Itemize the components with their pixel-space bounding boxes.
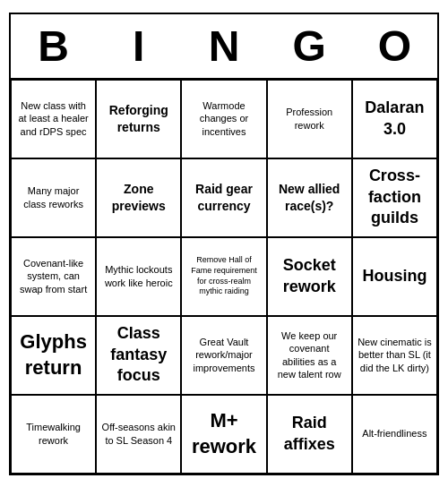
bingo-cell-21: Off-seasons akin to SL Season 4 bbox=[96, 395, 181, 474]
bingo-letter-n: N bbox=[181, 21, 266, 71]
bingo-cell-16: Class fantasy focus bbox=[96, 316, 181, 395]
cell-text-20: Timewalking rework bbox=[16, 421, 90, 447]
cell-text-1: Reforging returns bbox=[101, 102, 176, 134]
bingo-cell-11: Mythic lockouts work like heroic bbox=[96, 237, 181, 316]
bingo-cell-6: Zone previews bbox=[96, 158, 181, 237]
cell-text-7: Raid gear currency bbox=[186, 181, 261, 213]
cell-text-19: New cinematic is better than SL (it did … bbox=[358, 336, 432, 374]
bingo-cell-5: Many major class reworks bbox=[11, 158, 96, 237]
bingo-cell-23: Raid affixes bbox=[267, 395, 352, 474]
cell-text-14: Housing bbox=[362, 266, 426, 286]
bingo-cell-0: New class with at least a healer and rDP… bbox=[11, 80, 96, 158]
cell-text-13: Socket rework bbox=[272, 255, 347, 297]
bingo-cell-13: Socket rework bbox=[267, 237, 352, 316]
bingo-cell-7: Raid gear currency bbox=[181, 158, 266, 237]
cell-text-21: Off-seasons akin to SL Season 4 bbox=[101, 421, 176, 447]
bingo-cell-22: M+ rework bbox=[181, 395, 266, 474]
bingo-cell-9: Cross-faction guilds bbox=[352, 158, 437, 237]
cell-text-11: Mythic lockouts work like heroic bbox=[101, 263, 176, 289]
bingo-cell-20: Timewalking rework bbox=[11, 395, 96, 474]
bingo-cell-2: Warmode changes or incentives bbox=[181, 80, 266, 158]
cell-text-0: New class with at least a healer and rDP… bbox=[16, 99, 90, 138]
bingo-letter-i: I bbox=[96, 21, 181, 71]
bingo-cell-3: Profession rework bbox=[267, 80, 352, 158]
cell-text-2: Warmode changes or incentives bbox=[186, 99, 261, 138]
bingo-cell-4: Dalaran 3.0 bbox=[352, 80, 437, 158]
bingo-cell-14: Housing bbox=[352, 237, 437, 316]
cell-text-4: Dalaran 3.0 bbox=[358, 98, 432, 140]
cell-text-18: We keep our covenant abilities as a new … bbox=[272, 329, 347, 380]
bingo-cell-12: Remove Hall of Fame requirement for cros… bbox=[181, 237, 266, 316]
cell-text-22: M+ rework bbox=[186, 408, 261, 459]
bingo-cell-8: New allied race(s)? bbox=[267, 158, 352, 237]
cell-text-24: Alt-friendliness bbox=[362, 427, 426, 440]
cell-text-6: Zone previews bbox=[101, 181, 176, 213]
cell-text-8: New allied race(s)? bbox=[272, 181, 347, 213]
cell-text-5: Many major class reworks bbox=[16, 184, 90, 210]
bingo-cell-10: Covenant-like system, can swap from star… bbox=[11, 237, 96, 316]
cell-text-9: Cross-faction guilds bbox=[358, 166, 432, 228]
cell-text-3: Profession rework bbox=[272, 106, 347, 132]
bingo-letter-g: G bbox=[267, 21, 352, 71]
bingo-card: BINGO New class with at least a healer a… bbox=[9, 13, 439, 475]
cell-text-15: Glyphs return bbox=[16, 329, 90, 380]
bingo-cell-24: Alt-friendliness bbox=[352, 395, 437, 474]
bingo-grid: New class with at least a healer and rDP… bbox=[11, 80, 437, 474]
cell-text-17: Great Vault rework/major improvements bbox=[186, 336, 261, 374]
bingo-cell-1: Reforging returns bbox=[96, 80, 181, 158]
cell-text-10: Covenant-like system, can swap from star… bbox=[16, 257, 90, 295]
bingo-letter-o: O bbox=[352, 21, 437, 71]
bingo-title: BINGO bbox=[11, 14, 437, 80]
bingo-cell-19: New cinematic is better than SL (it did … bbox=[352, 316, 437, 395]
bingo-letter-b: B bbox=[11, 21, 96, 71]
bingo-cell-15: Glyphs return bbox=[11, 316, 96, 395]
cell-text-23: Raid affixes bbox=[272, 413, 347, 455]
cell-text-16: Class fantasy focus bbox=[101, 323, 176, 386]
bingo-cell-18: We keep our covenant abilities as a new … bbox=[267, 316, 352, 395]
bingo-cell-17: Great Vault rework/major improvements bbox=[181, 316, 266, 395]
cell-text-12: Remove Hall of Fame requirement for cros… bbox=[186, 255, 261, 297]
